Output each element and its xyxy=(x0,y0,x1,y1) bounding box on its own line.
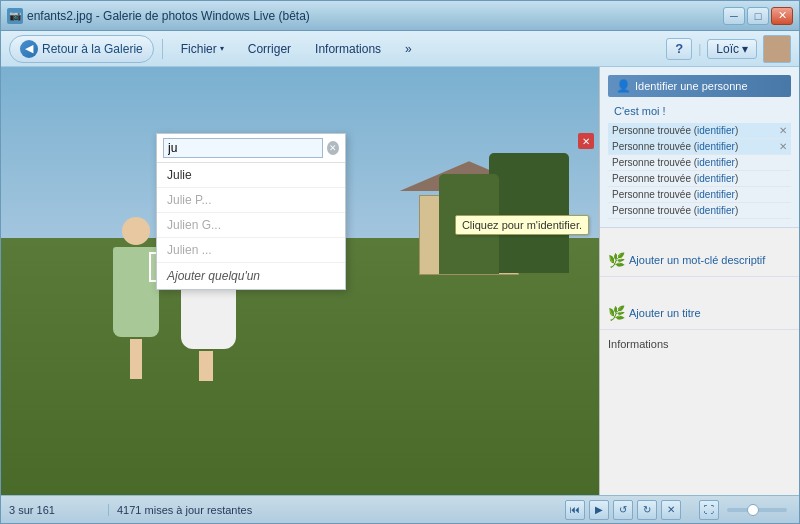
identifier-link-2[interactable]: identifier xyxy=(697,141,735,152)
prev-button[interactable]: ⏮ xyxy=(565,500,585,520)
status-bar: 3 sur 161 4171 mises à jour restantes ⏮ … xyxy=(1,495,799,523)
person-row-1: Personne trouvée ( identifier ) ✕ xyxy=(608,123,791,139)
dropdown-item-julie-p[interactable]: Julie P... xyxy=(157,188,345,213)
keyword-icon: 🌿 xyxy=(608,252,625,268)
close-button[interactable]: ✕ xyxy=(771,7,793,25)
search-dropdown: ✕ Julie Julie P... Julien G... Julien ..… xyxy=(156,133,346,290)
person-row-5: Personne trouvée ( identifier ) xyxy=(608,187,791,203)
zoom-thumb[interactable] xyxy=(747,504,759,516)
c-est-moi-button[interactable]: C'est moi ! xyxy=(608,103,791,119)
help-button[interactable]: ? xyxy=(666,38,692,60)
panel-close-button[interactable]: ✕ xyxy=(578,133,594,149)
identifier-link-4[interactable]: identifier xyxy=(697,173,735,184)
add-someone-item[interactable]: Ajouter quelqu'un xyxy=(157,263,345,289)
menu-more[interactable]: » xyxy=(395,38,422,60)
update-count: 4171 mises à jour restantes xyxy=(109,504,565,516)
zoom-slider[interactable] xyxy=(727,508,787,512)
tooltip-identifier: Cliquez pour m'identifier. xyxy=(455,215,589,235)
main-content-area: ✕ Julie Julie P... Julien G... Julien ..… xyxy=(1,67,799,495)
person-identify-icon: 👤 xyxy=(616,79,631,93)
search-clear-button[interactable]: ✕ xyxy=(327,141,339,155)
identify-section: 👤 Identifier une personne C'est moi ! Pe… xyxy=(600,67,799,228)
identifier-link-5[interactable]: identifier xyxy=(697,189,735,200)
playback-controls: ⏮ ▶ ↺ ↻ ✕ ⛶ xyxy=(565,500,791,520)
panel-spacer2 xyxy=(600,277,799,297)
play-button[interactable]: ▶ xyxy=(589,500,609,520)
dropdown-item-julie[interactable]: Julie xyxy=(157,163,345,188)
user-menu-button[interactable]: Loïc ▾ xyxy=(707,39,757,59)
identifier-link-6[interactable]: identifier xyxy=(697,205,735,216)
person-row-3: Personne trouvée ( identifier ) xyxy=(608,155,791,171)
add-keyword-button[interactable]: 🌿 Ajouter un mot-clé descriptif xyxy=(600,244,799,277)
dropdown-item-julien-g[interactable]: Julien G... xyxy=(157,213,345,238)
refresh1-button[interactable]: ↺ xyxy=(613,500,633,520)
menu-divider2: | xyxy=(698,42,701,56)
search-input[interactable] xyxy=(163,138,323,158)
info-section: Informations xyxy=(600,330,799,358)
menu-informations[interactable]: Informations xyxy=(305,38,391,60)
refresh2-button[interactable]: ↻ xyxy=(637,500,657,520)
menu-right-area: ? | Loïc ▾ xyxy=(666,35,791,63)
menu-divider xyxy=(162,39,163,59)
window-controls: ─ □ ✕ xyxy=(723,7,793,25)
photo-tree1 xyxy=(489,153,569,273)
identify-header: 👤 Identifier une personne xyxy=(608,75,791,97)
add-title-button[interactable]: 🌿 Ajouter un titre xyxy=(600,297,799,330)
main-window: 📷 enfants2.jpg - Galerie de photos Windo… xyxy=(0,0,800,524)
user-avatar xyxy=(763,35,791,63)
dropdown-item-julien2[interactable]: Julien ... xyxy=(157,238,345,263)
menu-bar: ◀ Retour à la Galerie Fichier ▾ Corriger… xyxy=(1,31,799,67)
stop-button[interactable]: ✕ xyxy=(661,500,681,520)
person-row-2: Personne trouvée ( identifier ) ✕ xyxy=(608,139,791,155)
menu-corriger[interactable]: Corriger xyxy=(238,38,301,60)
photo-position: 3 sur 161 xyxy=(9,504,109,516)
title-bar: 📷 enfants2.jpg - Galerie de photos Windo… xyxy=(1,1,799,31)
right-panel: 👤 Identifier une personne C'est moi ! Pe… xyxy=(599,67,799,495)
maximize-button[interactable]: □ xyxy=(747,7,769,25)
identifier-link-1[interactable]: identifier xyxy=(697,125,735,136)
title-icon: 🌿 xyxy=(608,305,625,321)
back-arrow-icon: ◀ xyxy=(20,40,38,58)
person-row-6: Personne trouvée ( identifier ) xyxy=(608,203,791,219)
window-title: enfants2.jpg - Galerie de photos Windows… xyxy=(27,9,723,23)
search-input-row: ✕ xyxy=(157,134,345,163)
back-button[interactable]: ◀ Retour à la Galerie xyxy=(9,35,154,63)
fichier-arrow-icon: ▾ xyxy=(220,44,224,53)
menu-fichier[interactable]: Fichier ▾ xyxy=(171,38,234,60)
minimize-button[interactable]: ─ xyxy=(723,7,745,25)
panel-spacer xyxy=(600,228,799,244)
fullscreen-button[interactable]: ⛶ xyxy=(699,500,719,520)
photo-area: ✕ Julie Julie P... Julien G... Julien ..… xyxy=(1,67,599,495)
remove-person-1[interactable]: ✕ xyxy=(779,125,787,136)
identifier-link-3[interactable]: identifier xyxy=(697,157,735,168)
app-icon: 📷 xyxy=(7,8,23,24)
child-figure-1 xyxy=(111,217,161,377)
person-row-4: Personne trouvée ( identifier ) xyxy=(608,171,791,187)
user-dropdown-icon: ▾ xyxy=(742,42,748,56)
remove-person-2[interactable]: ✕ xyxy=(779,141,787,152)
